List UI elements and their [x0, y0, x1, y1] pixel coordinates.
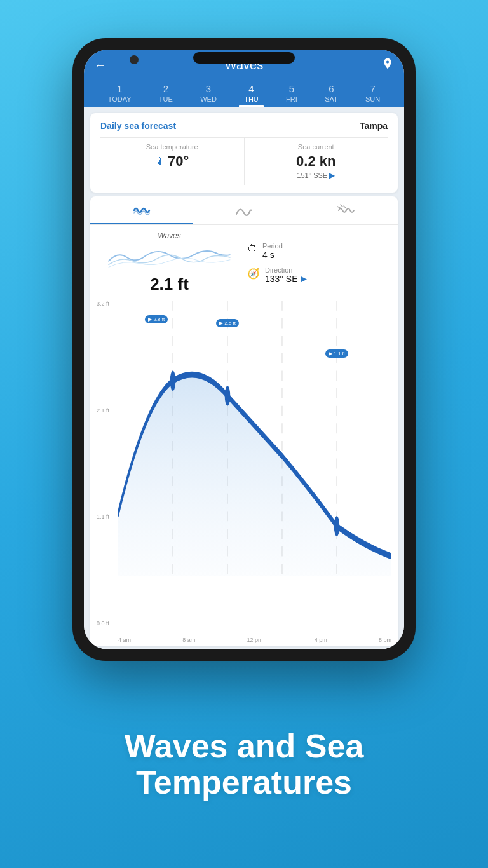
sea-current-stat: Sea current 0.2 kn 151° SSE ▶ — [245, 138, 388, 185]
svg-line-2 — [344, 206, 346, 208]
content-area: Daily sea forecast Tampa Sea temperature… — [84, 107, 404, 649]
wave-icon-tabs — [90, 196, 398, 225]
y-label-1: 1.1 ft — [97, 513, 109, 520]
direction-detail: 🧭 Direction 133° SE ▶ — [247, 266, 390, 284]
card-header: Daily sea forecast Tampa — [100, 121, 388, 131]
back-button[interactable]: ← — [94, 58, 107, 72]
x-label-12pm: 12 pm — [247, 637, 262, 643]
phone-shell: ← Waves 1 TODAY 2 TUE 3 — [72, 38, 416, 661]
wave-height: 2.1 ft — [150, 275, 189, 294]
sea-current-label: Sea current — [298, 143, 334, 151]
svg-line-0 — [337, 207, 340, 208]
chart-y-labels: 3.2 ft 2.1 ft 1.1 ft 0.0 ft — [97, 301, 109, 627]
direction-value: 133° SE ▶ — [265, 274, 307, 284]
header-row: ← Waves — [94, 57, 394, 79]
location-icon[interactable] — [381, 57, 394, 73]
period-label: Period — [262, 242, 283, 250]
wave-chart: 3.2 ft 2.1 ft 1.1 ft 0.0 ft — [90, 301, 398, 646]
waves-content: Waves 2.1 ft ⏱ Period — [90, 225, 398, 301]
sea-stats: Sea temperature 🌡 70° Sea current 0.2 kn… — [100, 137, 388, 185]
day-tab-3[interactable]: 3 WED — [195, 79, 222, 107]
y-label-3: 3.2 ft — [97, 301, 109, 307]
card-title: Daily sea forecast — [100, 121, 176, 131]
data-label-11: ▶ 1.1 ft — [325, 349, 348, 358]
sea-current-value: 0.2 kn — [296, 153, 336, 170]
location-label: Tampa — [360, 121, 388, 131]
period-detail: ⏱ Period 4 s — [247, 242, 390, 260]
tab-waves[interactable] — [90, 196, 193, 224]
sea-forecast-card: Daily sea forecast Tampa Sea temperature… — [90, 113, 398, 193]
thermometer-icon: 🌡 — [155, 156, 165, 167]
day-tab-5[interactable]: 5 FRI — [281, 79, 302, 107]
waves-label: Waves — [158, 231, 180, 240]
x-label-8pm: 8 pm — [379, 637, 391, 643]
sea-current-direction: 151° SSE ▶ — [297, 171, 335, 180]
direction-label: Direction — [265, 266, 307, 274]
y-label-2: 2.1 ft — [97, 407, 109, 414]
sea-temp-label: Sea temperature — [146, 143, 198, 151]
data-label-28: ▶ 2.8 ft — [145, 315, 168, 323]
camera-dot — [130, 55, 139, 64]
waves-left: Waves 2.1 ft — [98, 231, 241, 294]
data-label-25: ▶ 2.5 ft — [216, 319, 239, 327]
svg-line-1 — [341, 205, 342, 207]
waves-right: ⏱ Period 4 s 🧭 Direction 133° S — [241, 231, 390, 294]
tagline-text: Waves and Sea Temperatures — [0, 728, 488, 801]
day-tab-2[interactable]: 2 TUE — [154, 79, 178, 107]
clock-icon: ⏱ — [247, 243, 257, 255]
y-label-0: 0.0 ft — [97, 620, 109, 627]
sea-temp-value: 70° — [168, 153, 189, 170]
tab-swell[interactable] — [193, 196, 295, 224]
x-label-4am: 4 am — [118, 637, 131, 643]
period-value: 4 s — [262, 250, 283, 260]
sea-temp-stat: Sea temperature 🌡 70° — [100, 138, 245, 185]
period-info: Period 4 s — [262, 242, 283, 260]
x-label-8am: 8 am — [182, 637, 195, 643]
tab-wind-swell[interactable] — [295, 196, 398, 224]
chart-svg-area: ▶ 2.8 ft ▶ 2.5 ft ▶ 1.1 ft — [118, 301, 391, 627]
svg-point-7 — [170, 370, 176, 391]
phone-screen: ← Waves 1 TODAY 2 TUE 3 — [84, 50, 404, 649]
day-tab-4[interactable]: 4 THU — [239, 79, 264, 107]
day-tab-6[interactable]: 6 SAT — [320, 79, 343, 107]
x-label-4pm: 4 pm — [315, 637, 327, 643]
chart-x-labels: 4 am 8 am 12 pm 4 pm 8 pm — [118, 637, 391, 643]
waves-card: Waves 2.1 ft ⏱ Period — [90, 196, 398, 646]
svg-point-8 — [225, 386, 231, 406]
screen-title: Waves — [225, 58, 263, 72]
tagline-area: Waves and Sea Temperatures — [0, 661, 488, 868]
direction-arrow-icon: ▶ — [301, 274, 307, 283]
day-tab-1[interactable]: 1 TODAY — [103, 79, 137, 107]
compass-icon: 🧭 — [247, 268, 260, 280]
direction-info: Direction 133° SE ▶ — [265, 266, 307, 284]
svg-point-9 — [334, 516, 340, 536]
sea-temp-value-row: 🌡 70° — [155, 153, 189, 170]
direction-arrow-icon: ▶ — [329, 171, 335, 180]
day-tabs: 1 TODAY 2 TUE 3 WED 4 THU 5 FRI — [94, 79, 394, 107]
day-tab-7[interactable]: 7 SUN — [360, 79, 385, 107]
